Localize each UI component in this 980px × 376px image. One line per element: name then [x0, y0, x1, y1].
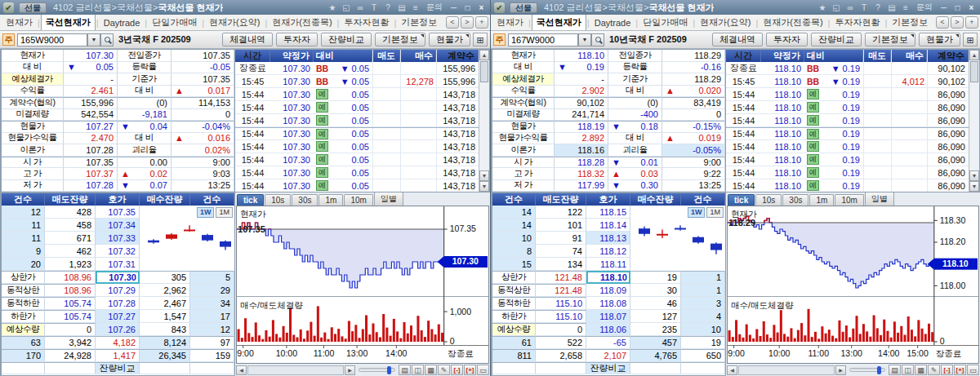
period-1w-button[interactable]: 1W	[197, 207, 215, 218]
draw-pencil-icon[interactable]: ✎	[928, 365, 940, 375]
bid-price[interactable]: 107.30	[96, 271, 140, 284]
font-icon[interactable]: T	[369, 3, 379, 12]
zoom-in-icon[interactable]: [+]	[954, 365, 966, 375]
scroll-end-button[interactable]: ▼	[969, 181, 979, 192]
bid-price[interactable]: 118.08	[586, 297, 630, 310]
ts-row[interactable]: 15:44118.10예0.1986,090	[726, 179, 969, 192]
list-icon[interactable]: ≡	[411, 3, 421, 12]
cascade-icon[interactable]: ▦	[425, 365, 437, 375]
compare-quantity-button[interactable]: 잔량비교	[96, 362, 140, 374]
toolbar-button-잔량비교[interactable]: 잔량비교	[321, 33, 372, 46]
chart-zoom-slider[interactable]	[849, 368, 885, 372]
tab-prev-button[interactable]: <	[936, 16, 949, 29]
chart-tab-10s[interactable]: 10s	[265, 194, 291, 206]
tab-기본정보[interactable]: 기본정보	[888, 15, 932, 30]
ask-price[interactable]: 107.35	[96, 206, 140, 219]
time-sales-scrollbar[interactable]: ▲▼▼	[969, 50, 979, 192]
ts-row[interactable]: 15:44118.10예0.1986,090	[726, 101, 969, 114]
bid-price[interactable]: 118.10	[586, 271, 630, 284]
ts-row[interactable]: 15:44107.30예0.05143,718	[235, 153, 479, 166]
tab-Daytrade[interactable]: Daytrade	[100, 16, 145, 29]
zoom-reset-icon[interactable]: ▭	[477, 365, 489, 375]
toolbar-button-잔량비교[interactable]: 잔량비교	[811, 33, 862, 46]
tab-next-button[interactable]: >	[461, 16, 474, 29]
period-1m-button[interactable]: 1M	[706, 207, 724, 218]
tab-기본정보[interactable]: 기본정보	[397, 15, 441, 30]
tab-단일가매매[interactable]: 단일가매매	[148, 15, 201, 30]
inquiry-button[interactable]: 문의	[426, 2, 443, 13]
minimize-button[interactable]: ─	[938, 3, 949, 12]
ask-price[interactable]: 118.12	[586, 245, 630, 258]
scroll-end-button[interactable]: ▼	[479, 181, 489, 192]
cascade-icon[interactable]: ▦	[915, 365, 927, 375]
ask-price[interactable]: 107.33	[96, 232, 140, 245]
chart-tab-30s[interactable]: 30s	[782, 194, 808, 206]
ts-row[interactable]: 15:45118.10BB▼ 0.194,01290,102	[726, 75, 969, 88]
bid-price[interactable]: 118.06	[586, 323, 630, 336]
bid-price[interactable]: 107.29	[96, 284, 140, 297]
tick-chart[interactable]: 107.35107.30현재가107.35매수/매도체결량1,000009:00…	[236, 206, 489, 364]
tab-next-button[interactable]: >	[951, 16, 964, 29]
favorite-star-icon[interactable]: ★	[327, 3, 337, 12]
code-input[interactable]	[508, 33, 578, 46]
toolbar-menu-button-기본정보[interactable]: 기본정보	[865, 33, 915, 46]
chart-scroll-left-button[interactable]: ◀	[236, 365, 247, 375]
help-icon[interactable]: ?	[873, 3, 883, 12]
tab-현재가[interactable]: 현재가	[2, 15, 37, 30]
ts-row[interactable]: 15:44107.30예0.05143,718	[235, 101, 479, 114]
scroll-up-button[interactable]: ▲	[479, 50, 489, 60]
ts-row[interactable]: 15:44118.10예0.1986,090	[726, 140, 969, 153]
tooltip-icon[interactable]: ◫	[902, 365, 914, 375]
code-input[interactable]	[17, 33, 87, 46]
chart-tab-1m[interactable]: 1m	[809, 194, 834, 206]
ts-row[interactable]: 15:44107.30예0.05143,718	[235, 179, 479, 192]
toolbar-menu-button-현물가[interactable]: 현물가	[919, 33, 960, 46]
maximize-button[interactable]: □	[952, 3, 963, 12]
tab-현재가(전종목)[interactable]: 현재가(전종목)	[759, 15, 826, 30]
ts-row[interactable]: 15:44118.10예0.1986,090	[726, 166, 969, 179]
draw-pencil-icon[interactable]: ✎	[438, 365, 450, 375]
chart-scroll-right-button[interactable]: ▶	[835, 365, 846, 375]
ask-price[interactable]: 107.32	[96, 245, 140, 258]
close-button[interactable]: ×	[476, 3, 487, 12]
code-dropdown-button[interactable]: ▼	[87, 33, 100, 46]
list-icon[interactable]: ≡	[901, 3, 911, 12]
zoom-in-icon[interactable]: [+]	[464, 365, 476, 375]
bid-price[interactable]: 118.09	[586, 284, 630, 297]
tab-현재가[interactable]: 현재가	[492, 15, 528, 30]
chart-tab-10m[interactable]: 10m	[835, 194, 863, 206]
toolbar-menu-button-기본정보[interactable]: 기본정보	[375, 33, 425, 46]
toolbar-button-투자자[interactable]: 투자자	[276, 33, 318, 46]
print-icon[interactable]: ▤	[397, 3, 407, 12]
search-button[interactable]	[591, 33, 604, 46]
ts-row[interactable]: 15:44118.10예0.1986,090	[726, 114, 969, 127]
inquiry-button[interactable]: 문의	[916, 2, 933, 13]
ts-row[interactable]: 15:44107.30예0.05143,718	[235, 166, 479, 179]
chart-settings-icon[interactable]: ▤	[399, 365, 411, 375]
grid-view-button[interactable]: ⊞	[963, 33, 978, 46]
zoom-slider-thumb[interactable]	[877, 366, 881, 374]
chart-tab-tick[interactable]: tick	[237, 194, 264, 206]
ts-row[interactable]: 15:44107.30예0.05143,718	[235, 140, 479, 153]
tab-현재가(요약)[interactable]: 현재가(요약)	[696, 15, 755, 30]
bid-price[interactable]: 107.27	[96, 310, 140, 323]
ts-row[interactable]: 15:44107.30예0.05143,718	[235, 88, 479, 101]
chart-tab-tick[interactable]: tick	[728, 194, 755, 206]
scroll-down-button[interactable]: ▼	[969, 170, 979, 181]
ts-row[interactable]: 15:44118.10예0.1986,090	[726, 88, 969, 101]
help-icon[interactable]: ?	[383, 3, 393, 12]
ask-price[interactable]: 118.15	[586, 206, 630, 219]
popout-icon[interactable]: ◱	[831, 3, 841, 12]
tab-Daytrade[interactable]: Daytrade	[590, 16, 635, 29]
tab-현재가(전종목)[interactable]: 현재가(전종목)	[268, 15, 336, 30]
ts-row[interactable]: 장종료107.30BB▼ 0.05155,996	[235, 62, 479, 75]
scroll-thumb[interactable]	[970, 61, 978, 82]
link-icon[interactable]: ∞	[845, 3, 855, 12]
ask-price[interactable]: 107.31	[96, 258, 140, 271]
font-icon[interactable]: T	[859, 3, 869, 12]
ask-price[interactable]: 118.11	[586, 258, 630, 271]
tab-단일가매매[interactable]: 단일가매매	[639, 15, 692, 30]
grid-view-button[interactable]: ⊞	[473, 33, 488, 46]
tab-국선현재가[interactable]: 국선현재가	[41, 15, 96, 31]
popout-icon[interactable]: ◱	[341, 3, 351, 12]
